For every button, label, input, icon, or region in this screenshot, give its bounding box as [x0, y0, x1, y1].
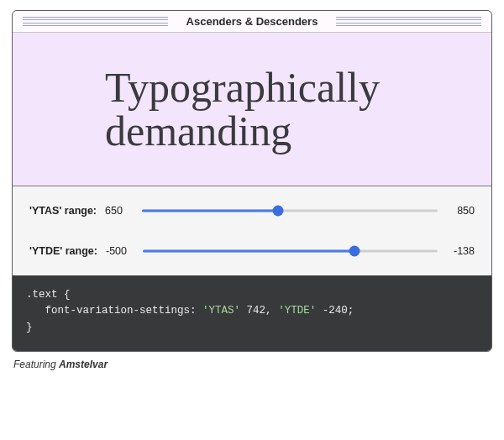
ytde-slider[interactable] — [143, 245, 438, 257]
ytas-thumb — [272, 206, 283, 217]
code-selector: .text { — [26, 289, 71, 301]
caption-font-name: Amstelvar — [59, 359, 108, 370]
code-block: .text { font-variation-settings: 'YTAS' … — [13, 275, 491, 351]
sliders-panel: 'YTAS' range: 650 850 'YTDE' range: -500… — [13, 186, 491, 275]
ytde-min: -500 — [106, 245, 134, 257]
caption: Featuring Amstelvar — [13, 359, 504, 370]
ytde-fill — [143, 250, 354, 253]
card-header: Ascenders & Descenders — [13, 11, 491, 33]
code-close: } — [26, 322, 33, 333]
ytde-max: -138 — [446, 245, 475, 257]
code-key-ytde: 'YTDE' — [278, 305, 316, 317]
header-decoration-right — [336, 17, 481, 26]
card-title: Ascenders & Descenders — [178, 15, 327, 28]
ytde-label: 'YTDE' range: — [29, 245, 97, 257]
slider-row-ytde: 'YTDE' range: -500 -138 — [29, 245, 475, 257]
sample-area: Typographically demanding — [13, 33, 491, 186]
code-key-ytas: 'YTAS' — [202, 305, 240, 317]
demo-card: Ascenders & Descenders Typographically d… — [12, 10, 492, 352]
caption-prefix: Featuring — [13, 359, 59, 370]
ytas-label: 'YTAS' range: — [29, 205, 97, 217]
ytas-fill — [142, 210, 278, 212]
slider-row-ytas: 'YTAS' range: 650 850 — [29, 205, 475, 217]
ytas-slider[interactable] — [142, 205, 438, 217]
code-val-ytde: -240 — [323, 305, 348, 317]
ytas-min: 650 — [105, 205, 134, 217]
code-val-ytas: 742 — [247, 305, 266, 317]
header-decoration-left — [23, 17, 168, 26]
ytde-thumb — [349, 246, 360, 257]
code-prop: font-variation-settings: — [45, 305, 197, 317]
ytas-max: 850 — [446, 205, 475, 217]
sample-text: Typographically demanding — [105, 65, 380, 154]
